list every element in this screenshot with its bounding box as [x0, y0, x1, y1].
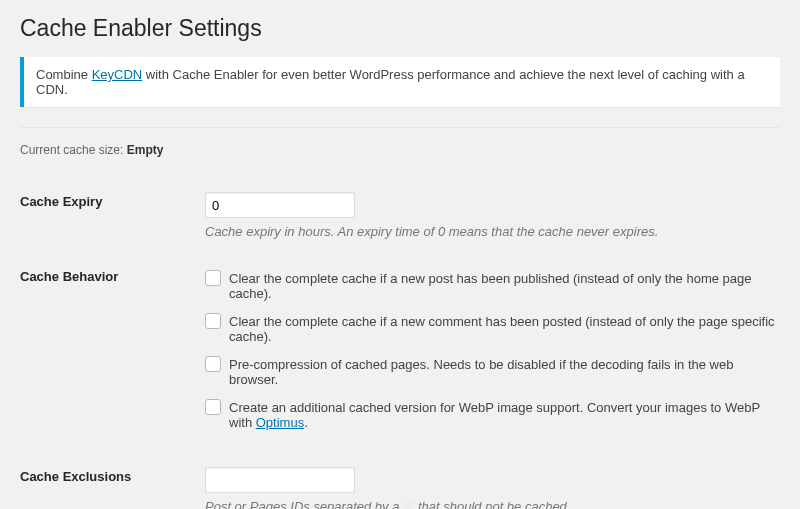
exclusions-desc-after: that should not be cached. — [414, 499, 570, 509]
exclusions-desc-code: , — [403, 499, 414, 509]
optimus-link[interactable]: Optimus — [256, 415, 304, 430]
cache-size-label: Current cache size: — [20, 143, 127, 157]
divider — [20, 127, 780, 128]
behavior-option-1[interactable]: Clear the complete cache if a new commen… — [205, 310, 780, 344]
behavior-option-3[interactable]: Create an additional cached version for … — [205, 396, 780, 430]
expiry-description: Cache expiry in hours. An expiry time of… — [205, 224, 780, 239]
cache-size-line: Current cache size: Empty — [20, 143, 780, 157]
behavior-3-before: Create an additional cached version for … — [229, 400, 760, 430]
behavior-option-2[interactable]: Pre-compression of cached pages. Needs t… — [205, 353, 780, 387]
behavior-option-0[interactable]: Clear the complete cache if a new post h… — [205, 267, 780, 301]
info-notice: Combine KeyCDN with Cache Enabler for ev… — [20, 57, 780, 107]
exclusions-label: Cache Exclusions — [20, 457, 205, 509]
cache-size-value: Empty — [127, 143, 164, 157]
behavior-text-2: Pre-compression of cached pages. Needs t… — [229, 357, 780, 387]
behavior-checkbox-0[interactable] — [205, 270, 221, 286]
keycdn-link[interactable]: KeyCDN — [92, 67, 143, 82]
behavior-label: Cache Behavior — [20, 257, 205, 457]
exclusions-input[interactable] — [205, 467, 355, 493]
expiry-label: Cache Expiry — [20, 182, 205, 257]
notice-prefix: Combine — [36, 67, 92, 82]
behavior-text-1: Clear the complete cache if a new commen… — [229, 314, 780, 344]
expiry-input[interactable] — [205, 192, 355, 218]
behavior-text-3: Create an additional cached version for … — [229, 400, 780, 430]
exclusions-description: Post or Pages IDs separated by a , that … — [205, 499, 780, 509]
behavior-checkbox-3[interactable] — [205, 399, 221, 415]
notice-suffix: with Cache Enabler for even better WordP… — [36, 67, 745, 97]
behavior-text-0: Clear the complete cache if a new post h… — [229, 271, 780, 301]
page-title: Cache Enabler Settings — [20, 15, 780, 42]
behavior-checkbox-1[interactable] — [205, 313, 221, 329]
behavior-3-after: . — [304, 415, 308, 430]
exclusions-desc-before: Post or Pages IDs separated by a — [205, 499, 403, 509]
behavior-checkbox-2[interactable] — [205, 356, 221, 372]
